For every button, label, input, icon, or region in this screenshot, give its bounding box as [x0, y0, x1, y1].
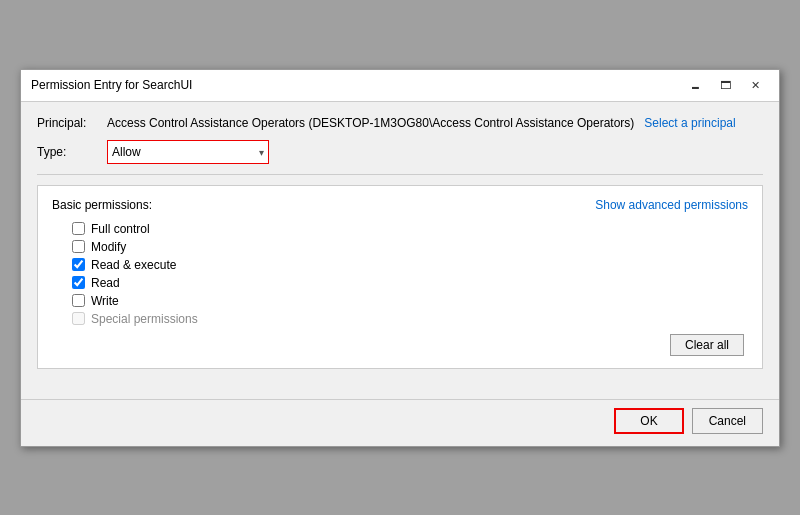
permission-special: Special permissions — [72, 312, 748, 326]
close-button[interactable]: ✕ — [741, 75, 769, 95]
window-title: Permission Entry for SearchUI — [31, 78, 192, 92]
titlebar-left: Permission Entry for SearchUI — [31, 78, 192, 92]
permission-full-control: Full control — [72, 222, 748, 236]
full-control-checkbox[interactable] — [72, 222, 85, 235]
select-principal-link[interactable]: Select a principal — [644, 116, 735, 130]
permissions-section: Basic permissions: Show advanced permiss… — [37, 185, 763, 369]
modify-checkbox[interactable] — [72, 240, 85, 253]
write-label[interactable]: Write — [91, 294, 119, 308]
permission-modify: Modify — [72, 240, 748, 254]
permission-write: Write — [72, 294, 748, 308]
clear-all-row: Clear all — [52, 334, 748, 356]
write-checkbox[interactable] — [72, 294, 85, 307]
permission-read-execute: Read & execute — [72, 258, 748, 272]
special-permissions-label: Special permissions — [91, 312, 198, 326]
titlebar-controls: 🗕 🗖 ✕ — [681, 75, 769, 95]
minimize-button[interactable]: 🗕 — [681, 75, 709, 95]
full-control-label[interactable]: Full control — [91, 222, 150, 236]
principal-value: Access Control Assistance Operators (DES… — [107, 116, 634, 130]
type-label: Type: — [37, 145, 107, 159]
type-row: Type: Allow Deny ▾ — [37, 140, 763, 164]
clear-all-button[interactable]: Clear all — [670, 334, 744, 356]
dialog-content: Principal: Access Control Assistance Ope… — [21, 102, 779, 395]
read-checkbox[interactable] — [72, 276, 85, 289]
maximize-button[interactable]: 🗖 — [711, 75, 739, 95]
modify-label[interactable]: Modify — [91, 240, 126, 254]
special-permissions-checkbox — [72, 312, 85, 325]
show-advanced-link[interactable]: Show advanced permissions — [595, 198, 748, 212]
permissions-header: Basic permissions: Show advanced permiss… — [52, 198, 748, 212]
permission-entry-dialog: Permission Entry for SearchUI 🗕 🗖 ✕ Prin… — [20, 69, 780, 447]
cancel-button[interactable]: Cancel — [692, 408, 763, 434]
type-select[interactable]: Allow Deny — [108, 141, 268, 163]
bottom-buttons: OK Cancel — [21, 399, 779, 446]
permission-read: Read — [72, 276, 748, 290]
read-label[interactable]: Read — [91, 276, 120, 290]
ok-button[interactable]: OK — [614, 408, 683, 434]
titlebar: Permission Entry for SearchUI 🗕 🗖 ✕ — [21, 70, 779, 102]
principal-row: Principal: Access Control Assistance Ope… — [37, 116, 763, 130]
permissions-checkbox-list: Full control Modify Read & execute Read — [52, 222, 748, 326]
principal-label: Principal: — [37, 116, 107, 130]
permissions-title: Basic permissions: — [52, 198, 152, 212]
divider — [37, 174, 763, 175]
read-execute-label[interactable]: Read & execute — [91, 258, 176, 272]
type-select-container: Allow Deny ▾ — [108, 141, 268, 163]
read-execute-checkbox[interactable] — [72, 258, 85, 271]
type-select-wrapper: Allow Deny ▾ — [107, 140, 269, 164]
